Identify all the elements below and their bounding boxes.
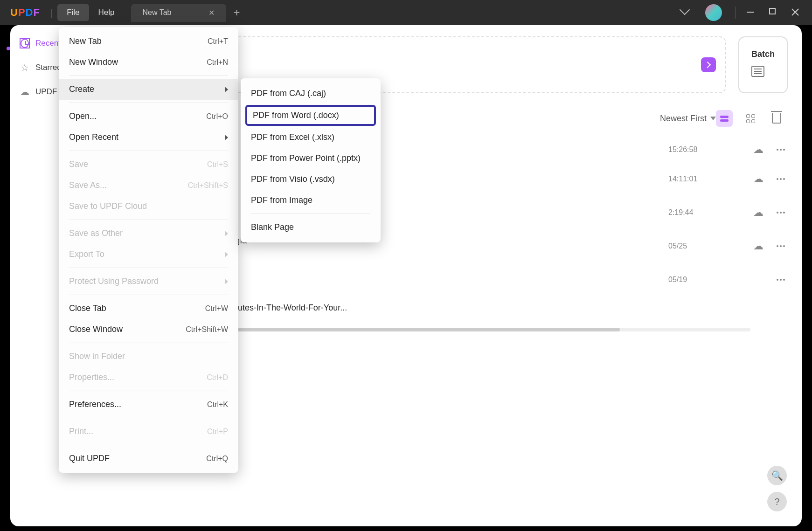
chevron-right-icon [225,135,228,140]
submenu-item-pdf-from-caj-caj-[interactable]: PDF from CAJ (.caj) [241,83,381,104]
menu-item-close-window[interactable]: Close WindowCtrl+Shift+W [59,319,238,340]
menu-shortcut: Ctrl+Shift+W [186,325,228,334]
menu-item-label: Preferences... [69,400,121,409]
submenu-item-pdf-from-power-point-pptx-[interactable]: PDF from Power Point (.pptx) [241,148,381,169]
chevron-down-icon[interactable] [681,8,690,17]
chevron-right-icon [225,231,228,236]
submenu-item-pdf-from-word-docx-[interactable]: PDF from Word (.docx) [245,105,376,126]
menu-item-label: Save as Other [69,228,123,238]
tab-new[interactable]: New Tab ✕ [131,4,227,22]
menu-item-show-in-folder: Show in Folder [59,346,238,367]
cloud-icon: ☁ [20,87,30,97]
menu-item-label: Properties... [69,372,114,382]
menu-item-create[interactable]: Create [59,79,238,100]
divider [735,7,736,19]
view-list-button[interactable] [716,110,733,127]
menu-help[interactable]: Help [89,4,124,21]
window-maximize-icon[interactable] [769,8,778,17]
scrollbar-track[interactable] [157,328,750,331]
menu-item-close-tab[interactable]: Close TabCtrl+W [59,298,238,319]
cloud-icon[interactable]: ☁ [753,240,763,252]
sidebar-item-label: Starred [35,63,62,72]
menu-separator [69,391,228,391]
menu-item-new-window[interactable]: New WindowCtrl+N [59,52,238,73]
search-fab[interactable]: 🔍 [767,466,787,485]
chevron-right-icon [225,279,228,284]
clock-icon [20,38,30,48]
menu-item-label: Open Recent [69,132,118,142]
submenu-item-blank-page[interactable]: Blank Page [241,217,381,238]
menu-separator [69,445,228,445]
more-icon[interactable] [777,212,785,214]
sort-dropdown[interactable]: Newest First [660,114,707,124]
grid-icon [746,114,755,123]
menu-item-print-: Print...Ctrl+P [59,421,238,442]
menu-item-label: Close Tab [69,303,106,313]
menu-item-label: New Window [69,57,118,67]
menu-item-label: New Tab [69,36,102,46]
more-icon[interactable] [777,279,785,281]
create-submenu: PDF from CAJ (.caj)PDF from Word (.docx)… [241,78,381,242]
chevron-right-icon [225,252,228,257]
menu-item-protect-using-password: Protect Using Password [59,271,238,292]
menu-shortcut: Ctrl+S [207,160,228,169]
menu-shortcut: Ctrl+P [207,428,228,436]
menu-item-open-recent[interactable]: Open Recent [59,127,238,148]
help-fab[interactable]: ? [767,492,787,511]
menu-item-label: Create [69,84,94,94]
menu-item-label: Save to UPDF Cloud [69,201,147,211]
menu-item-label: Close Window [69,324,123,334]
batch-icon [751,66,764,77]
search-icon: 🔍 [771,470,783,481]
menu-shortcut: Ctrl+N [207,58,228,67]
window-minimize-icon[interactable] [747,8,756,17]
file-time: 2:19:44 [668,208,734,217]
menu-shortcut: Ctrl+K [207,400,228,409]
menu-item-quit-updf[interactable]: Quit UPDFCtrl+Q [59,448,238,469]
submenu-item-pdf-from-visio-vsdx-[interactable]: PDF from Visio (.vsdx) [241,169,381,190]
menu-item-label: Quit UPDF [69,454,110,463]
menu-item-save: SaveCtrl+S [59,154,238,175]
star-icon: ☆ [20,62,30,73]
more-icon[interactable] [777,149,785,151]
cloud-icon[interactable]: ☁ [753,207,763,219]
close-tab-icon[interactable]: ✕ [208,8,215,17]
menu-separator [69,295,228,295]
menu-item-new-tab[interactable]: New TabCtrl+T [59,31,238,52]
batch-card[interactable]: Batch [738,36,788,93]
menu-item-export-to: Export To [59,244,238,265]
more-icon[interactable] [777,178,785,180]
menu-item-save-as-: Save As...Ctrl+Shift+S [59,175,238,196]
chevron-right-icon [225,87,228,92]
cloud-icon[interactable]: ☁ [753,173,763,185]
add-tab-button[interactable]: + [233,6,240,19]
menu-shortcut: Ctrl+T [208,37,228,46]
tab-label: New Tab [143,8,172,17]
menu-item-preferences-[interactable]: Preferences...Ctrl+K [59,394,238,415]
menu-item-properties-: Properties...Ctrl+D [59,367,238,388]
cloud-icon[interactable]: ☁ [753,144,763,156]
view-grid-button[interactable] [742,110,759,127]
menu-separator [69,76,228,76]
menu-shortcut: Ctrl+O [206,112,228,121]
submenu-item-pdf-from-excel-xlsx-[interactable]: PDF from Excel (.xlsx) [241,127,381,148]
sidebar-item-label: Recent [35,39,61,48]
file-time: 05/25 [668,242,734,250]
menu-separator [251,214,370,214]
menu-shortcut: Ctrl+Shift+S [188,181,228,190]
menu-item-label: Open... [69,111,97,121]
menu-item-open-[interactable]: Open...Ctrl+O [59,106,238,127]
trash-icon [772,113,781,124]
menu-shortcut: Ctrl+W [205,304,228,313]
window-close-icon[interactable] [791,8,801,17]
menu-item-save-as-other: Save as Other [59,223,238,244]
arrow-right-icon[interactable] [701,57,716,72]
menu-file[interactable]: File [57,4,89,21]
dropdown-icon[interactable] [710,117,716,120]
menu-separator [69,418,228,418]
more-icon[interactable] [777,245,785,247]
list-icon [720,116,729,122]
user-avatar[interactable] [705,4,722,21]
submenu-item-pdf-from-image[interactable]: PDF from Image [241,190,381,211]
delete-button[interactable] [768,110,785,127]
